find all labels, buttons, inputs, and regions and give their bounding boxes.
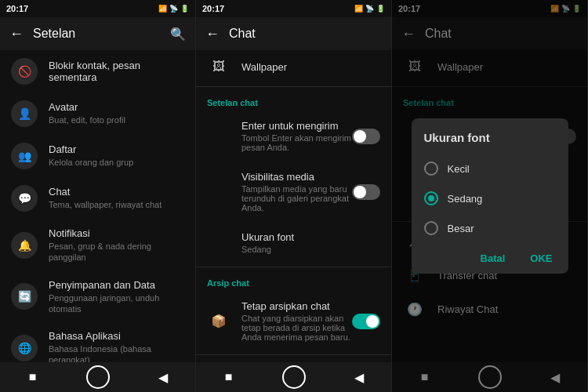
back-nav-button-1[interactable]: ◀	[151, 365, 175, 389]
lang-text: Bahasa Aplikasi Bahasa Indonesia (bahasa…	[49, 330, 184, 362]
lang-title: Bahasa Aplikasi	[49, 330, 184, 342]
status-time-2: 20:17	[202, 4, 224, 13]
enter-toggle[interactable]	[352, 129, 380, 144]
item-blokir[interactable]: 🚫 Blokir kontak, pesan sementara	[0, 50, 195, 93]
enter-text: Enter untuk mengirim Tombol Enter akan m…	[207, 120, 352, 152]
storage-text: Penyimpanan dan Data Penggunaan jaringan…	[49, 279, 184, 315]
search-button-1[interactable]: 🔍	[170, 27, 186, 42]
notif-title: Notifikasi	[49, 227, 184, 239]
avatar-sub: Buat, edit, foto profil	[49, 114, 184, 125]
notif-text: Notifikasi Pesan, grup & nada dering pan…	[49, 227, 184, 263]
recents-button-2[interactable]	[282, 365, 306, 389]
back-nav-button-2[interactable]: ◀	[347, 365, 371, 389]
daftar-text: Daftar Kelola orang dan grup	[49, 143, 184, 168]
arsip-toggle[interactable]	[352, 314, 380, 329]
blokir-title: Blokir kontak, pesan sementara	[49, 60, 184, 83]
chat-content: 🖼 Wallpaper Setelan chat Enter untuk men…	[196, 50, 391, 362]
media-text: Visibilitas media Tampilkan media yang b…	[207, 171, 352, 212]
daftar-icon: 👥	[11, 143, 38, 169]
item-arsip[interactable]: 📦 Tetap arsipkan chat Chat yang diarsipk…	[196, 291, 391, 351]
radio-kecil	[424, 162, 438, 176]
arsip-text: Tetap arsipkan chat Chat yang diarsipkan…	[241, 300, 352, 342]
bottom-nav-1: ■ ◀	[0, 362, 195, 392]
notif-icon: 🔔	[11, 232, 38, 259]
recents-button-1[interactable]	[86, 365, 110, 389]
storage-sub: Penggunaan jaringan, unduh otomatis	[49, 292, 184, 315]
home-button-2[interactable]: ■	[217, 365, 241, 389]
item-media[interactable]: Visibilitas media Tampilkan media yang b…	[196, 162, 391, 222]
daftar-sub: Kelola orang dan grup	[49, 157, 184, 168]
panel-chat-dialog: 20:17 📶 📡 🔋 ← Chat 🖼 Wallpaper Setelan c…	[392, 0, 588, 392]
nav-title-1: Setelan	[33, 27, 170, 41]
dialog-overlay[interactable]: Ukuran font Kecil Sedang Besar Batal OKE	[392, 0, 587, 392]
status-bar-2: 20:17 📶 📡 🔋	[196, 0, 391, 17]
dialog-option-sedang[interactable]: Sedang	[412, 183, 568, 213]
dialog-option-kecil[interactable]: Kecil	[412, 154, 568, 183]
status-icons-2: 📶 📡 🔋	[354, 5, 385, 13]
item-daftar[interactable]: 👥 Daftar Kelola orang dan grup	[0, 135, 195, 177]
divider-2	[196, 267, 391, 267]
item-lang[interactable]: 🌐 Bahasa Aplikasi Bahasa Indonesia (baha…	[0, 322, 195, 362]
blokir-text: Blokir kontak, pesan sementara	[49, 60, 184, 83]
dialog-actions: Batal OKE	[412, 243, 568, 274]
wifi-icon: 📡	[169, 5, 178, 13]
dialog-title: Ukuran font	[412, 131, 568, 154]
avatar-text: Avatar Buat, edit, foto profil	[49, 101, 184, 125]
divider-1	[196, 86, 391, 87]
cancel-button[interactable]: Batal	[474, 249, 512, 267]
panel-setelan: 20:17 📶 📡 🔋 ← Setelan 🔍 🚫 Blokir kontak,…	[0, 0, 196, 392]
wallpaper-icon: 🖼	[207, 60, 230, 74]
arsip-title: Tetap arsipkan chat	[241, 300, 352, 312]
avatar-title: Avatar	[49, 101, 184, 113]
home-button-1[interactable]: ■	[21, 365, 45, 389]
back-button-2[interactable]: ←	[205, 26, 220, 42]
dialog-option-besar[interactable]: Besar	[412, 213, 568, 243]
avatar-icon: 👤	[11, 100, 38, 127]
chat-text: Chat Tema, wallpaper, riwayat chat	[49, 186, 184, 210]
option-kecil-label: Kecil	[448, 163, 470, 175]
item-enter[interactable]: Enter untuk mengirim Tombol Enter akan m…	[196, 111, 391, 162]
signal-icon-2: 📶	[354, 5, 363, 13]
item-chat[interactable]: 💬 Chat Tema, wallpaper, riwayat chat	[0, 177, 195, 220]
radio-sedang	[424, 191, 438, 205]
enter-sub: Tombol Enter akan mengirim pesan Anda.	[241, 133, 352, 152]
fontsize-sub: Sedang	[241, 245, 380, 254]
setelan-content: 🚫 Blokir kontak, pesan sementara 👤 Avata…	[0, 50, 195, 362]
status-bar-1: 20:17 📶 📡 🔋	[0, 0, 195, 17]
option-besar-label: Besar	[448, 223, 474, 234]
item-notif[interactable]: 🔔 Notifikasi Pesan, grup & nada dering p…	[0, 220, 195, 271]
chat-title: Chat	[49, 186, 184, 198]
wallpaper-label: Wallpaper	[241, 61, 380, 73]
nav-bar-1: ← Setelan 🔍	[0, 17, 195, 50]
status-icons-1: 📶 📡 🔋	[158, 5, 189, 13]
panel-chat: 20:17 📶 📡 🔋 ← Chat 🖼 Wallpaper Setelan c…	[196, 0, 392, 392]
item-fontsize[interactable]: Ukuran font Sedang	[196, 222, 391, 263]
nav-title-2: Chat	[229, 27, 382, 41]
signal-icon: 📶	[158, 5, 167, 13]
item-avatar[interactable]: 👤 Avatar Buat, edit, foto profil	[0, 93, 195, 135]
media-toggle[interactable]	[352, 184, 380, 200]
divider-3	[196, 354, 391, 355]
status-time-1: 20:17	[6, 4, 28, 13]
fontsize-title: Ukuran font	[241, 231, 380, 243]
chat-sub: Tema, wallpaper, riwayat chat	[49, 199, 184, 210]
section-arsip-label: Arsip chat	[196, 270, 391, 291]
ok-button[interactable]: OKE	[524, 249, 558, 267]
daftar-title: Daftar	[49, 143, 184, 155]
item-wallpaper[interactable]: 🖼 Wallpaper	[196, 50, 391, 83]
media-sub: Tampilkan media yang baru terunduh di ga…	[241, 184, 352, 212]
section-chat-label: Setelan chat	[196, 90, 391, 111]
enter-title: Enter untuk mengirim	[241, 120, 352, 132]
item-storage[interactable]: 🔄 Penyimpanan dan Data Penggunaan jaring…	[0, 271, 195, 323]
arsip-icon: 📦	[207, 314, 230, 328]
bottom-nav-2: ■ ◀	[196, 362, 391, 392]
storage-icon: 🔄	[11, 283, 38, 310]
notif-sub: Pesan, grup & nada dering panggilan	[49, 241, 184, 263]
storage-title: Penyimpanan dan Data	[49, 279, 184, 291]
wallpaper-text: Wallpaper	[241, 61, 380, 73]
arsip-sub: Chat yang diarsipkan akan tetap berada d…	[241, 314, 352, 342]
lang-sub: Bahasa Indonesia (bahasa perangkat)	[49, 343, 184, 362]
back-button-1[interactable]: ←	[9, 26, 24, 42]
option-sedang-label: Sedang	[448, 193, 483, 205]
lang-icon: 🌐	[11, 335, 38, 361]
